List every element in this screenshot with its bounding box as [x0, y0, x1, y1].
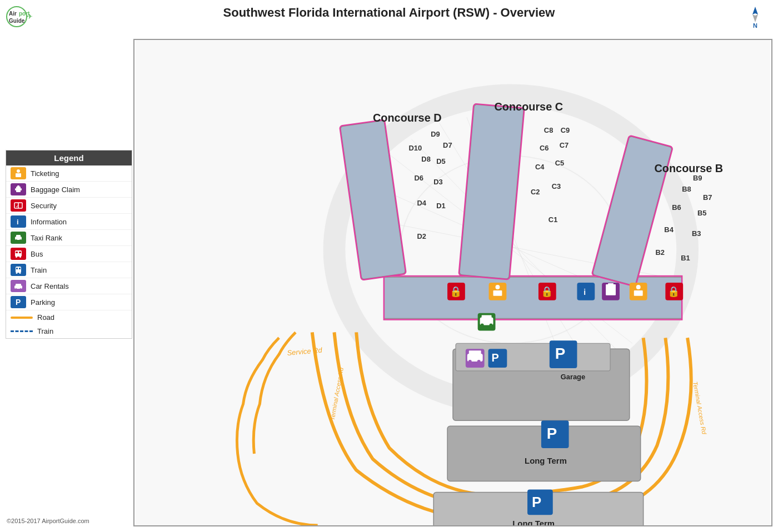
- svg-text:D5: D5: [436, 157, 446, 165]
- svg-text:P: P: [532, 494, 541, 510]
- svg-text:C2: C2: [531, 188, 540, 196]
- svg-text:D2: D2: [417, 232, 426, 240]
- road-line-sample: [11, 317, 33, 319]
- security-label: Security: [31, 202, 57, 210]
- svg-text:Concourse B: Concourse B: [655, 162, 724, 174]
- svg-marker-5: [752, 7, 758, 14]
- svg-text:D1: D1: [436, 202, 446, 210]
- information-icon: i: [11, 215, 26, 228]
- svg-text:Garage: Garage: [561, 373, 585, 381]
- svg-text:C9: C9: [561, 126, 570, 134]
- svg-rect-27: [16, 268, 18, 269]
- svg-text:P: P: [547, 425, 557, 442]
- svg-text:B1: B1: [681, 254, 690, 262]
- legend-bus: Bus: [6, 246, 132, 262]
- legend-parking: P Parking: [6, 294, 132, 310]
- train-line-sample: [11, 330, 33, 332]
- svg-rect-101: [634, 290, 643, 296]
- svg-rect-8: [16, 173, 21, 177]
- svg-text:D10: D10: [409, 144, 422, 152]
- taxi-label: Taxi Rank: [31, 234, 62, 242]
- svg-rect-9: [16, 187, 21, 192]
- svg-rect-21: [15, 250, 22, 257]
- car-rentals-label: Car Rentals: [31, 282, 69, 290]
- svg-text:D4: D4: [417, 199, 426, 207]
- security-icon: ✓: [11, 199, 26, 212]
- svg-point-34: [20, 288, 22, 290]
- bus-label: Bus: [31, 250, 43, 258]
- train-label: Train: [31, 266, 47, 274]
- north-compass: N: [749, 7, 761, 29]
- svg-text:Long Term: Long Term: [512, 519, 555, 525]
- svg-rect-113: [469, 350, 481, 355]
- parking-icon: P: [11, 296, 26, 308]
- svg-text:B4: B4: [664, 225, 674, 234]
- legend-information: i Information: [6, 214, 132, 230]
- svg-text:B9: B9: [693, 174, 702, 182]
- svg-point-100: [636, 285, 641, 289]
- svg-point-25: [19, 256, 21, 258]
- svg-rect-94: [577, 283, 595, 300]
- information-label: Information: [31, 218, 67, 226]
- road-label: Road: [37, 313, 54, 322]
- svg-text:Concourse C: Concourse C: [494, 101, 563, 113]
- svg-text:D8: D8: [421, 155, 431, 163]
- svg-text:C7: C7: [560, 141, 569, 149]
- svg-rect-18: [16, 235, 21, 237]
- svg-point-24: [16, 256, 17, 258]
- svg-text:C1: C1: [548, 215, 558, 224]
- svg-text:C4: C4: [535, 163, 545, 171]
- svg-rect-106: [482, 315, 492, 319]
- svg-text:B3: B3: [692, 229, 701, 238]
- svg-rect-23: [19, 252, 21, 253]
- svg-rect-98: [608, 283, 614, 286]
- svg-text:🔒: 🔒: [450, 285, 462, 298]
- svg-text:B7: B7: [703, 193, 712, 202]
- svg-point-20: [19, 239, 21, 241]
- svg-point-29: [16, 272, 18, 274]
- svg-rect-28: [19, 268, 21, 269]
- legend-train: Train: [6, 262, 132, 278]
- svg-text:D9: D9: [431, 130, 440, 138]
- legend-ticketing: Ticketing: [6, 165, 132, 182]
- baggage-icon: [11, 183, 26, 195]
- svg-text:B5: B5: [697, 209, 707, 217]
- svg-text:Long Term: Long Term: [525, 456, 567, 465]
- baggage-label: Baggage Claim: [31, 185, 80, 194]
- svg-text:P: P: [492, 352, 499, 364]
- svg-rect-26: [16, 267, 21, 273]
- train-line-label: Train: [37, 327, 53, 335]
- svg-point-90: [495, 285, 500, 289]
- svg-point-107: [481, 323, 484, 327]
- svg-point-115: [477, 360, 481, 363]
- svg-point-114: [468, 360, 472, 363]
- svg-text:i: i: [584, 288, 586, 297]
- svg-rect-10: [17, 185, 19, 187]
- svg-text:B6: B6: [672, 203, 681, 212]
- svg-text:i: i: [17, 218, 19, 226]
- svg-text:C8: C8: [544, 126, 553, 134]
- svg-text:P: P: [16, 298, 21, 307]
- svg-text:P: P: [555, 345, 566, 362]
- svg-rect-12: [21, 188, 22, 190]
- legend-taxi: Taxi Rank: [6, 230, 132, 246]
- copyright: ©2015-2017 AirportGuide.com: [7, 516, 89, 526]
- svg-point-108: [490, 323, 493, 327]
- svg-text:C5: C5: [555, 159, 565, 167]
- taxi-icon: [11, 232, 26, 244]
- svg-text:🔒: 🔒: [541, 285, 553, 298]
- bus-icon: [11, 248, 26, 260]
- svg-marker-6: [752, 14, 758, 22]
- svg-text:Concourse D: Concourse D: [373, 112, 442, 124]
- svg-rect-91: [493, 290, 502, 296]
- parking-label: Parking: [31, 298, 55, 307]
- legend-baggage: Baggage Claim: [6, 182, 132, 198]
- legend-car-rentals: Car Rentals: [6, 278, 132, 294]
- legend: Legend Ticketing Baggage Claim ✓ Securit…: [6, 150, 132, 339]
- svg-point-19: [16, 239, 17, 241]
- svg-text:✓: ✓: [16, 204, 19, 209]
- legend-train-line: Train: [6, 324, 132, 338]
- page-title: Southwest Florida International Airport …: [0, 6, 778, 20]
- legend-title: Legend: [6, 150, 132, 165]
- train-icon: [11, 264, 26, 276]
